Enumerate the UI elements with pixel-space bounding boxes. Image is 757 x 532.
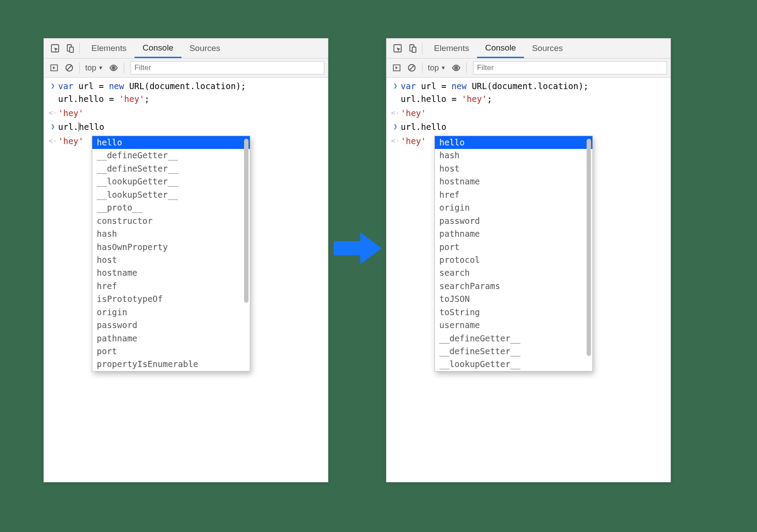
sidebar-toggle-icon[interactable]	[389, 59, 404, 77]
prompt-icon: ❯	[390, 121, 401, 133]
svg-point-13	[455, 67, 457, 69]
divider	[124, 63, 124, 73]
autocomplete-option[interactable]: __defineGetter__	[92, 149, 250, 162]
autocomplete-option[interactable]: pathname	[435, 227, 592, 240]
divider	[79, 63, 80, 73]
prompt-icon: ❯	[47, 121, 58, 133]
inspect-icon[interactable]	[47, 39, 63, 58]
filter-input[interactable]	[473, 61, 667, 74]
autocomplete-option[interactable]: __lookupSetter__	[92, 188, 250, 201]
autocomplete-option[interactable]: search	[435, 266, 592, 279]
svg-line-12	[410, 66, 414, 70]
autocomplete-option[interactable]: origin	[435, 201, 592, 214]
autocomplete-option[interactable]: isPrototypeOf	[92, 293, 250, 305]
arrow-icon	[334, 231, 382, 266]
autocomplete-option[interactable]: origin	[92, 306, 250, 319]
clear-console-icon[interactable]	[404, 59, 419, 77]
console-toolbar: top ▼	[386, 59, 670, 78]
console-input-line[interactable]: var url = new URL(document.location); ur…	[58, 80, 324, 106]
autocomplete-option[interactable]: hostname	[92, 266, 250, 279]
autocomplete-option[interactable]: host	[92, 254, 250, 266]
tab-strip: Elements Console Sources	[44, 39, 328, 59]
autocomplete-option[interactable]: password	[435, 215, 592, 227]
autocomplete-option[interactable]: __defineGetter__	[435, 332, 592, 345]
device-toggle-icon[interactable]	[63, 39, 78, 58]
svg-point-6	[113, 67, 115, 69]
filter-input[interactable]	[130, 61, 324, 74]
autocomplete-option[interactable]: port	[92, 345, 250, 358]
context-label: top	[85, 63, 96, 73]
autocomplete-option[interactable]: pathname	[92, 332, 250, 345]
chevron-down-icon: ▼	[98, 65, 103, 71]
svg-line-5	[67, 66, 71, 70]
context-selector[interactable]: top ▼	[83, 63, 106, 73]
inspect-icon[interactable]	[390, 39, 405, 58]
divider	[466, 63, 467, 73]
autocomplete-popup[interactable]: hello__defineGetter____defineSetter____l…	[92, 136, 250, 372]
autocomplete-option[interactable]: __proto__	[92, 201, 250, 214]
svg-rect-9	[412, 47, 416, 52]
autocomplete-option[interactable]: hash	[435, 149, 592, 162]
autocomplete-option[interactable]: constructor	[92, 215, 250, 227]
scrollbar[interactable]	[244, 139, 248, 303]
console-return-value: 'hey'	[401, 107, 667, 120]
context-label: top	[428, 63, 439, 73]
prompt-icon: ❯	[47, 80, 58, 106]
context-selector[interactable]: top ▼	[425, 63, 449, 73]
console-input-line[interactable]: var url = new URL(document.location); ur…	[401, 80, 667, 106]
autocomplete-option[interactable]: toJSON	[435, 293, 592, 305]
autocomplete-option[interactable]: __defineSetter__	[435, 345, 592, 358]
device-toggle-icon[interactable]	[405, 39, 420, 58]
clear-console-icon[interactable]	[62, 59, 77, 77]
tab-strip: Elements Console Sources	[386, 39, 670, 59]
autocomplete-option[interactable]: hello	[435, 136, 592, 149]
autocomplete-option[interactable]: __lookupGetter__	[92, 175, 250, 188]
console-toolbar: top ▼	[44, 59, 328, 78]
devtools-panel-after: Elements Console Sources top ▼	[386, 38, 671, 482]
tab-elements[interactable]: Elements	[426, 39, 477, 58]
return-icon: <·	[390, 135, 401, 148]
autocomplete-option[interactable]: searchParams	[435, 280, 592, 293]
autocomplete-option[interactable]: protocol	[435, 254, 592, 266]
tab-console[interactable]: Console	[477, 39, 524, 58]
return-icon: <·	[47, 107, 58, 120]
console-input-current[interactable]: url.hello	[401, 121, 667, 133]
autocomplete-option[interactable]: propertyIsEnumerable	[92, 358, 250, 371]
autocomplete-option[interactable]: port	[435, 241, 592, 254]
autocomplete-popup[interactable]: hellohashhosthostnamehreforiginpasswordp…	[434, 136, 593, 372]
autocomplete-option[interactable]: href	[92, 280, 250, 293]
divider	[79, 43, 80, 54]
scrollbar[interactable]	[587, 139, 591, 356]
live-expression-icon[interactable]	[106, 59, 121, 77]
autocomplete-option[interactable]: __lookupGetter__	[435, 358, 592, 371]
divider	[422, 63, 422, 73]
autocomplete-option[interactable]: username	[435, 319, 592, 332]
autocomplete-option[interactable]: host	[435, 162, 592, 175]
autocomplete-option[interactable]: __defineSetter__	[92, 162, 250, 175]
console-input-current[interactable]: url.hello	[58, 121, 324, 133]
tab-sources[interactable]: Sources	[524, 39, 571, 58]
console-return-value: 'hey'	[58, 107, 324, 120]
autocomplete-option[interactable]: hello	[92, 136, 250, 149]
return-icon: <·	[47, 135, 58, 148]
autocomplete-option[interactable]: toString	[435, 306, 592, 319]
autocomplete-option[interactable]: hostname	[435, 175, 592, 188]
tab-sources[interactable]: Sources	[181, 39, 229, 58]
return-icon: <·	[390, 107, 401, 120]
autocomplete-option[interactable]: hash	[92, 227, 250, 240]
svg-rect-2	[70, 47, 73, 52]
devtools-panel-before: Elements Console Sources top ▼	[43, 38, 328, 482]
live-expression-icon[interactable]	[449, 59, 464, 77]
autocomplete-option[interactable]: href	[435, 188, 592, 201]
sidebar-toggle-icon[interactable]	[47, 59, 62, 77]
divider	[422, 43, 422, 54]
tab-elements[interactable]: Elements	[83, 39, 134, 58]
tab-console[interactable]: Console	[134, 39, 181, 58]
chevron-down-icon: ▼	[441, 65, 446, 71]
prompt-icon: ❯	[390, 80, 401, 106]
autocomplete-option[interactable]: hasOwnProperty	[92, 241, 250, 254]
autocomplete-option[interactable]: password	[92, 319, 250, 332]
